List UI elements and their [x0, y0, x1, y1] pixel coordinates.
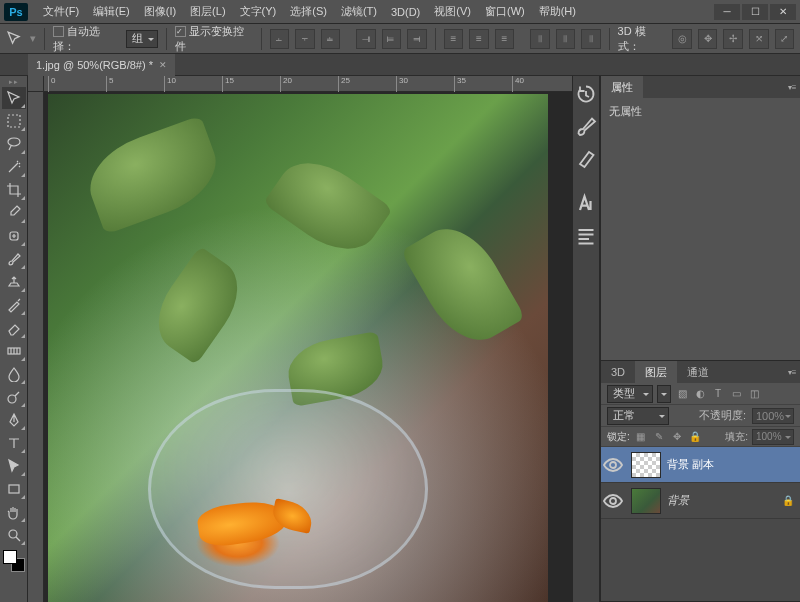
menu-image[interactable]: 图像(I) — [137, 1, 183, 22]
menu-window[interactable]: 窗口(W) — [478, 1, 532, 22]
3d-orbit-icon[interactable]: ◎ — [672, 29, 692, 49]
filter-pixel-icon[interactable]: ▧ — [675, 387, 689, 401]
filter-dropdown-icon[interactable] — [657, 385, 671, 403]
3d-slide-icon[interactable]: ⤧ — [749, 29, 769, 49]
layer-thumbnail[interactable] — [631, 488, 661, 514]
ruler-origin[interactable] — [28, 76, 44, 92]
crop-tool[interactable] — [2, 179, 26, 201]
layers-tab[interactable]: 图层 — [635, 361, 677, 383]
properties-panel-menu[interactable]: ▾≡ — [784, 76, 800, 98]
window-maximize[interactable]: ☐ — [742, 4, 768, 20]
auto-select-checkbox[interactable]: 自动选择： — [53, 24, 120, 54]
align-bottom-icon[interactable]: ⫨ — [321, 29, 341, 49]
distribute-bottom-icon[interactable]: ≡ — [495, 29, 515, 49]
3d-scale-icon[interactable]: ⤢ — [775, 29, 795, 49]
distribute-hcenter-icon[interactable]: ⦀ — [556, 29, 576, 49]
filter-smart-icon[interactable]: ◫ — [747, 387, 761, 401]
align-right-icon[interactable]: ⫤ — [407, 29, 427, 49]
channels-tab[interactable]: 通道 — [677, 361, 719, 383]
auto-select-dropdown[interactable]: 组 — [126, 30, 158, 48]
zoom-tool[interactable] — [2, 524, 26, 546]
blend-mode-dropdown[interactable]: 正常 — [607, 407, 669, 425]
visibility-toggle[interactable] — [601, 453, 625, 477]
layer-filter-dropdown[interactable]: 类型 — [607, 385, 653, 403]
magic-wand-tool[interactable] — [2, 156, 26, 178]
pen-tool[interactable] — [2, 409, 26, 431]
menu-select[interactable]: 选择(S) — [283, 1, 334, 22]
show-transform-checkbox[interactable]: 显示变换控件 — [175, 24, 253, 54]
menu-filter[interactable]: 滤镜(T) — [334, 1, 384, 22]
lock-pixels-icon[interactable]: ✎ — [652, 430, 666, 444]
filter-type-icon[interactable]: T — [711, 387, 725, 401]
dodge-tool[interactable] — [2, 386, 26, 408]
rectangle-tool[interactable] — [2, 478, 26, 500]
filter-adjustment-icon[interactable]: ◐ — [693, 387, 707, 401]
opacity-input[interactable]: 100% — [752, 408, 794, 424]
layer-name[interactable]: 背景 副本 — [667, 457, 800, 472]
healing-brush-tool[interactable] — [2, 225, 26, 247]
character-panel-icon[interactable] — [574, 192, 598, 216]
type-tool[interactable] — [2, 432, 26, 454]
menu-3d[interactable]: 3D(D) — [384, 3, 427, 21]
color-swatches[interactable] — [3, 550, 25, 572]
close-tab-icon[interactable]: ✕ — [159, 60, 167, 70]
layers-panel-menu[interactable]: ▾≡ — [784, 361, 800, 383]
blur-tool[interactable] — [2, 363, 26, 385]
menu-edit[interactable]: 编辑(E) — [86, 1, 137, 22]
menu-help[interactable]: 帮助(H) — [532, 1, 583, 22]
menu-layer[interactable]: 图层(L) — [183, 1, 232, 22]
brush-presets-icon[interactable] — [574, 146, 598, 170]
distribute-right-icon[interactable]: ⦀ — [581, 29, 601, 49]
path-selection-tool[interactable] — [2, 455, 26, 477]
move-tool-icon[interactable] — [6, 30, 24, 48]
3d-rotate-icon[interactable]: ✥ — [698, 29, 718, 49]
3d-tab[interactable]: 3D — [601, 361, 635, 383]
gradient-tool[interactable] — [2, 340, 26, 362]
ruler-vertical[interactable] — [28, 92, 44, 602]
marquee-tool[interactable] — [2, 110, 26, 132]
history-brush-tool[interactable] — [2, 294, 26, 316]
window-minimize[interactable]: ─ — [714, 4, 740, 20]
brush-panel-icon[interactable] — [574, 114, 598, 138]
toolbox-handle[interactable]: ▸▸ — [0, 78, 27, 86]
layer-name[interactable]: 背景 — [667, 493, 782, 508]
history-panel-icon[interactable] — [574, 82, 598, 106]
lock-position-icon[interactable]: ✥ — [670, 430, 684, 444]
window-close[interactable]: ✕ — [770, 4, 796, 20]
menu-type[interactable]: 文字(Y) — [233, 1, 284, 22]
distribute-top-icon[interactable]: ≡ — [444, 29, 464, 49]
eraser-tool[interactable] — [2, 317, 26, 339]
layer-item[interactable]: 背景 🔒 — [601, 483, 800, 519]
menu-view[interactable]: 视图(V) — [427, 1, 478, 22]
align-top-icon[interactable]: ⫠ — [270, 29, 290, 49]
align-left-icon[interactable]: ⫣ — [356, 29, 376, 49]
move-tool[interactable] — [2, 87, 26, 109]
align-vcenter-icon[interactable]: ⫟ — [295, 29, 315, 49]
canvas-image — [48, 94, 548, 602]
paragraph-panel-icon[interactable] — [574, 224, 598, 248]
menu-file[interactable]: 文件(F) — [36, 1, 86, 22]
lock-all-icon[interactable]: 🔒 — [688, 430, 702, 444]
visibility-toggle[interactable] — [601, 489, 625, 513]
distribute-vcenter-icon[interactable]: ≡ — [469, 29, 489, 49]
menu-bar: Ps 文件(F) 编辑(E) 图像(I) 图层(L) 文字(Y) 选择(S) 滤… — [0, 0, 800, 24]
align-hcenter-icon[interactable]: ⫢ — [382, 29, 402, 49]
filter-shape-icon[interactable]: ▭ — [729, 387, 743, 401]
eyedropper-tool[interactable] — [2, 202, 26, 224]
lasso-tool[interactable] — [2, 133, 26, 155]
3d-pan-icon[interactable]: ✢ — [723, 29, 743, 49]
hand-tool[interactable] — [2, 501, 26, 523]
fill-input[interactable]: 100% — [752, 429, 794, 445]
layer-thumbnail[interactable] — [631, 452, 661, 478]
clone-stamp-tool[interactable] — [2, 271, 26, 293]
distribute-left-icon[interactable]: ⦀ — [530, 29, 550, 49]
layer-item[interactable]: 背景 副本 — [601, 447, 800, 483]
brush-tool[interactable] — [2, 248, 26, 270]
foreground-color-swatch[interactable] — [3, 550, 17, 564]
properties-panel: 属性 ▾≡ 无属性 — [601, 76, 800, 361]
document-tab[interactable]: 1.jpg @ 50%(RGB/8#) * ✕ — [28, 54, 175, 76]
ruler-horizontal[interactable]: 0 5 10 15 20 25 30 35 40 — [44, 76, 572, 92]
lock-transparency-icon[interactable]: ▦ — [634, 430, 648, 444]
properties-tab[interactable]: 属性 — [601, 76, 643, 98]
canvas[interactable] — [48, 94, 548, 602]
